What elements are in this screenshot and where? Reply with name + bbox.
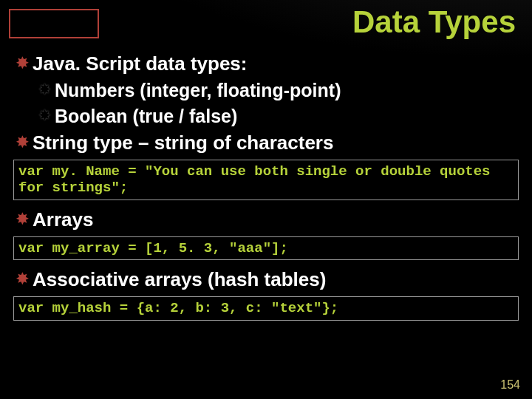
bullet-level1: ✸ String type – string of characters xyxy=(12,131,520,155)
code-block-array: var my_array = [1, 5. 3, "aaa"]; xyxy=(13,236,519,261)
slide-body: ✸ Java. Script data types: ✸ Numbers (in… xyxy=(12,49,520,328)
slide-title: Data Types xyxy=(352,4,516,40)
burst-icon: ✸ xyxy=(34,107,55,124)
burst-icon: ✸ xyxy=(12,54,33,72)
burst-icon: ✸ xyxy=(12,270,33,288)
bullet-level2: ✸ Boolean (true / false) xyxy=(34,105,520,128)
bullet-level1: ✸ Java. Script data types: xyxy=(12,52,520,76)
bullet-level1: ✸ Arrays xyxy=(12,208,520,232)
page-number: 154 xyxy=(500,378,520,392)
bullet-text: Java. Script data types: xyxy=(33,52,520,76)
bullet-text: Numbers (integer, floating-point) xyxy=(55,79,520,102)
bullet-level1: ✸ Associative arrays (hash tables) xyxy=(12,267,520,292)
slide: Data Types ✸ Java. Script data types: ✸ … xyxy=(0,0,532,399)
bullet-text: Associative arrays (hash tables) xyxy=(33,267,520,292)
corner-decoration-box xyxy=(9,9,99,38)
burst-icon: ✸ xyxy=(12,210,33,228)
bullet-text: Boolean (true / false) xyxy=(55,105,520,128)
burst-icon: ✸ xyxy=(12,133,33,151)
code-block-string: var my. Name = "You can use both single … xyxy=(13,160,519,201)
code-block-hash: var my_hash = {a: 2, b: 3, c: "text"}; xyxy=(13,296,519,321)
burst-icon: ✸ xyxy=(34,81,55,98)
bullet-level2: ✸ Numbers (integer, floating-point) xyxy=(34,79,520,102)
bullet-text: String type – string of characters xyxy=(33,131,520,155)
bullet-text: Arrays xyxy=(33,208,520,232)
